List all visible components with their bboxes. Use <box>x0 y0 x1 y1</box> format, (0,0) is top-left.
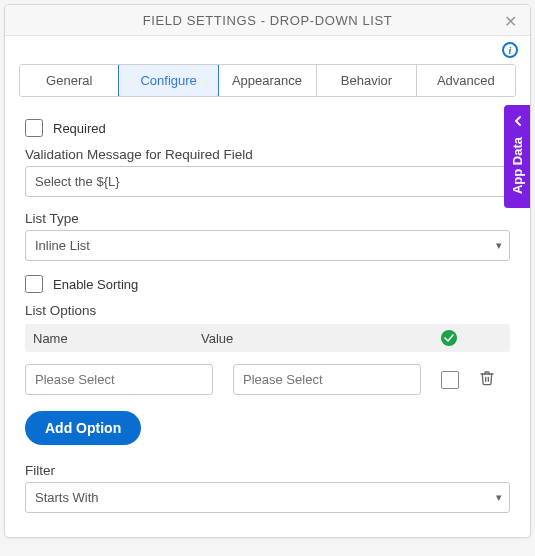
tab-advanced[interactable]: Advanced <box>417 65 515 96</box>
options-header-row: Name Value <box>25 324 510 352</box>
info-row: i <box>5 36 530 58</box>
check-circle-icon <box>441 330 457 346</box>
close-icon[interactable]: ✕ <box>500 11 520 31</box>
filter-label: Filter <box>25 463 510 478</box>
column-default <box>434 330 464 346</box>
info-icon[interactable]: i <box>502 42 518 58</box>
tab-general[interactable]: General <box>20 65 119 96</box>
modal-title: FIELD SETTINGS - DROP-DOWN LIST <box>143 13 393 28</box>
enable-sorting-checkbox[interactable] <box>25 275 43 293</box>
field-settings-modal: FIELD SETTINGS - DROP-DOWN LIST ✕ i Gene… <box>4 4 531 538</box>
option-default-checkbox[interactable] <box>441 371 459 389</box>
chevron-left-icon <box>513 115 523 129</box>
option-value-input[interactable] <box>233 364 421 395</box>
column-name: Name <box>33 331 193 346</box>
app-data-label: App Data <box>510 137 525 194</box>
validation-label: Validation Message for Required Field <box>25 147 510 162</box>
app-data-side-tab[interactable]: App Data <box>504 105 531 208</box>
column-value: Value <box>201 331 426 346</box>
tab-appearance[interactable]: Appearance <box>218 65 317 96</box>
trash-icon[interactable] <box>479 370 499 389</box>
add-option-button[interactable]: Add Option <box>25 411 141 445</box>
list-options-label: List Options <box>25 303 510 318</box>
validation-message-input[interactable] <box>25 166 510 197</box>
required-row: Required <box>25 119 510 137</box>
modal-header: FIELD SETTINGS - DROP-DOWN LIST ✕ <box>5 5 530 36</box>
tab-configure[interactable]: Configure <box>118 64 218 97</box>
tab-bar: General Configure Appearance Behavior Ad… <box>19 64 516 97</box>
filter-select[interactable] <box>25 482 510 513</box>
enable-sorting-label: Enable Sorting <box>53 277 138 292</box>
list-type-select[interactable] <box>25 230 510 261</box>
configure-panel: Required Validation Message for Required… <box>5 97 530 537</box>
required-label: Required <box>53 121 106 136</box>
list-type-label: List Type <box>25 211 510 226</box>
tab-behavior[interactable]: Behavior <box>317 65 416 96</box>
option-row <box>25 364 510 395</box>
required-checkbox[interactable] <box>25 119 43 137</box>
option-name-input[interactable] <box>25 364 213 395</box>
enable-sorting-row: Enable Sorting <box>25 275 510 293</box>
